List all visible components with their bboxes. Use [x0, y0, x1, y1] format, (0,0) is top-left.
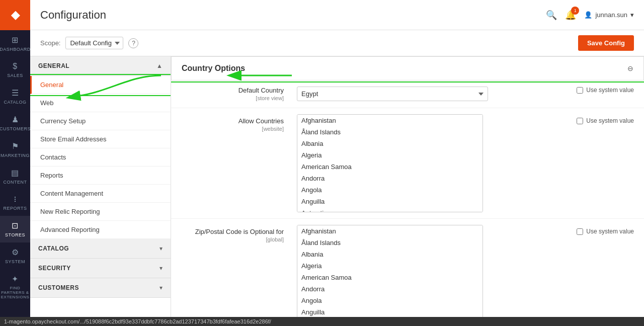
default-country-row: Default Country [store view] Egypt Use s…	[171, 80, 644, 108]
section-security-label: SECURITY	[38, 265, 71, 272]
topbar: Configuration 🔍 🔔 1 👤 junnan.sun ▾	[30, 0, 644, 30]
zip-optional-select[interactable]: Afghanistan Åland Islands Albania Algeri…	[297, 225, 483, 323]
nav-item-new-relic[interactable]: New Relic Reporting	[30, 203, 171, 221]
allow-countries-label: Allow Countries	[181, 117, 284, 125]
list-item: American Samoa	[297, 272, 482, 283]
allow-countries-label-cell: Allow Countries [website]	[181, 114, 292, 132]
right-panel: Country Options ⊖ Default Country [store…	[171, 56, 644, 326]
system-icon: ⚙	[12, 248, 19, 257]
country-options-section: Country Options ⊖	[171, 56, 644, 80]
default-country-select[interactable]: Egypt	[297, 87, 488, 101]
sidebar-item-label: SALES	[7, 73, 23, 78]
sidebar-item-label: REPORTS	[4, 206, 27, 211]
sidebar-item-find[interactable]: ✦ FIND PARTNERS & EXTENSIONS	[0, 269, 30, 304]
user-avatar-icon: 👤	[584, 11, 592, 19]
section-general-label: GENERAL	[38, 62, 69, 69]
list-item: Angola	[297, 295, 482, 306]
sidebar-item-label: FIND PARTNERS & EXTENSIONS	[0, 286, 30, 299]
scope-label: Scope:	[40, 39, 60, 47]
section-customers-arrow: ▾	[159, 284, 163, 291]
sidebar-item-dashboard[interactable]: ⊞ DASHBOARD	[0, 30, 30, 57]
nav-item-currency-setup[interactable]: Currency Setup	[30, 112, 171, 130]
list-item: Åland Islands	[297, 126, 482, 138]
search-icon[interactable]: 🔍	[546, 10, 557, 21]
nav-item-web[interactable]: Web	[30, 94, 171, 112]
sidebar-item-customers[interactable]: ♟ CUSTOMERS	[0, 110, 30, 136]
sidebar-item-sales[interactable]: $ SALES	[0, 57, 30, 83]
scope-bar: Scope: Default Config ? Save Config	[30, 30, 644, 56]
country-options-title: Country Options	[182, 64, 245, 73]
notification-bell[interactable]: 🔔 1	[565, 10, 576, 21]
zip-optional-system-value: Use system value	[577, 225, 634, 235]
default-country-system-value: Use system value	[577, 87, 634, 94]
sidebar-item-label: MARKETING	[1, 153, 30, 158]
nav-item-advanced-reporting[interactable]: Advanced Reporting	[30, 221, 171, 239]
sidebar-item-reports[interactable]: ⫶ REPORTS	[0, 190, 30, 216]
sidebar-item-catalog[interactable]: ☰ CATALOG	[0, 83, 30, 110]
section-customers-label: CUSTOMERS	[38, 284, 79, 291]
system-value-label: Use system value	[586, 87, 634, 94]
main-content: Configuration 🔍 🔔 1 👤 junnan.sun ▾ Scope…	[30, 0, 644, 326]
section-security-header[interactable]: SECURITY ▾	[30, 259, 171, 278]
app-logo[interactable]: ◆	[0, 0, 30, 30]
zip-optional-row: Zip/Postal Code is Optional for [global]…	[171, 219, 644, 326]
zip-optional-control: Afghanistan Åland Islands Albania Algeri…	[297, 225, 567, 323]
nav-item-reports[interactable]: Reports	[30, 167, 171, 185]
username: junnan.sun	[595, 11, 627, 19]
allow-countries-system-value: Use system value	[577, 114, 634, 124]
sidebar-item-system[interactable]: ⚙ SysTeM	[0, 242, 30, 269]
sales-icon: $	[13, 62, 17, 71]
list-item: Angola	[297, 184, 482, 196]
default-country-label-cell: Default Country [store view]	[181, 87, 292, 102]
sidebar-item-label: CATALOG	[4, 100, 26, 105]
list-item: Antarctica	[297, 207, 482, 212]
sidebar-item-label: CONTENT	[4, 180, 27, 185]
content-icon: ▤	[11, 168, 19, 178]
user-menu[interactable]: 👤 junnan.sun ▾	[584, 11, 634, 19]
nav-item-content-management[interactable]: Content Management	[30, 185, 171, 203]
list-item: Algeria	[297, 260, 482, 272]
nav-item-contacts[interactable]: Contacts	[30, 148, 171, 167]
allow-countries-system-checkbox[interactable]	[577, 118, 583, 124]
default-country-system-checkbox[interactable]	[577, 87, 583, 94]
find-icon: ✦	[12, 274, 19, 284]
reports-icon: ⫶	[13, 195, 18, 204]
content-area: GENERAL ▲ General Web Currency Setup Sto…	[30, 56, 644, 326]
user-dropdown-icon: ▾	[630, 11, 634, 19]
topbar-actions: 🔍 🔔 1 👤 junnan.sun ▾	[546, 10, 634, 21]
allow-countries-select[interactable]: Afghanistan Åland Islands Albania Algeri…	[297, 114, 483, 212]
sidebar-item-label: CUSTOMERS	[0, 126, 31, 131]
status-url: 1-magento.opaycheckout.com/.../519088f6c…	[4, 318, 271, 324]
section-customers-header[interactable]: CUSTOMERS ▾	[30, 278, 171, 298]
nav-item-general[interactable]: General	[30, 76, 171, 94]
nav-item-store-email[interactable]: Store Email Addresses	[30, 130, 171, 148]
list-item: Andorra	[297, 283, 482, 295]
sidebar-item-marketing[interactable]: ⚑ MARKETING	[0, 136, 30, 163]
marketing-icon: ⚑	[12, 141, 19, 151]
section-catalog-header[interactable]: CATALOG ▾	[30, 239, 171, 259]
list-item: Anguilla	[297, 306, 482, 318]
section-general-arrow: ▲	[156, 62, 163, 69]
save-config-button[interactable]: Save Config	[578, 35, 634, 51]
allow-countries-control: Afghanistan Åland Islands Albania Algeri…	[297, 114, 567, 212]
scope-select[interactable]: Default Config	[65, 37, 123, 49]
section-general-header[interactable]: GENERAL ▲	[30, 56, 171, 76]
default-country-control: Egypt	[297, 87, 567, 101]
allow-countries-row: Allow Countries [website] Afghanistan Ål…	[171, 108, 644, 219]
sidebar-item-stores[interactable]: ⊡ STORES	[0, 216, 30, 242]
logo-icon: ◆	[11, 9, 20, 22]
collapse-icon[interactable]: ⊖	[627, 64, 633, 72]
zip-optional-label: Zip/Postal Code is Optional for	[181, 228, 284, 235]
section-catalog-arrow: ▾	[159, 245, 163, 252]
zip-optional-system-checkbox[interactable]	[577, 228, 583, 235]
help-icon[interactable]: ?	[128, 38, 138, 48]
system-value-label2: Use system value	[586, 117, 634, 124]
page-title: Configuration	[40, 9, 106, 22]
dashboard-icon: ⊞	[12, 35, 19, 45]
sidebar-item-content[interactable]: ▤ CONTENT	[0, 163, 30, 190]
list-item: Algeria	[297, 149, 482, 161]
stores-icon: ⊡	[12, 221, 19, 230]
notification-count: 1	[571, 7, 579, 15]
section-catalog-label: CATALOG	[38, 245, 69, 252]
list-item: Albania	[297, 249, 482, 260]
